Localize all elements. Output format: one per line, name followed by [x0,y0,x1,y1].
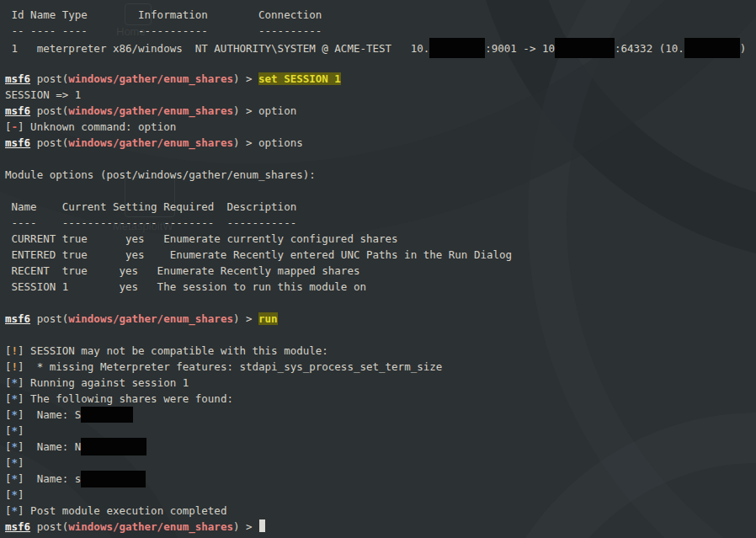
options-table-header: Name Current Setting Required Descriptio… [5,199,756,215]
prompt-options: msf6 post(windows/gather/enum_shares) > … [5,135,756,151]
status-line: [*] [5,487,756,503]
info-marker: * [12,392,19,405]
text-segment: [ [5,376,12,389]
text-segment: ] [18,488,24,501]
highlighted-command: run [258,312,278,325]
session-set-output: SESSION => 1 [5,87,756,103]
text-segment: Name Current Setting Required Descriptio… [5,200,296,213]
info-marker: * [12,408,19,421]
text-segment: ] [18,424,24,437]
options-table-divider: ---- --------------- -------- ----------… [5,215,756,231]
info-marker: * [12,488,19,501]
warning-marker: ! [12,360,19,373]
text-segment: :9001 -> 10 [485,42,555,55]
redaction-box [81,407,133,423]
module-path: windows/gather/enum_shares [68,104,233,117]
text-segment: [ [5,424,12,437]
text-segment: ] Name: s [18,472,81,485]
text-segment: post( [30,136,68,149]
terminal-output[interactable]: Id Name Type Information Connection -- -… [0,0,756,538]
text-segment: SESSION 1 yes The session to run this mo… [5,280,366,293]
status-line: [*] Post module execution completed [5,503,756,519]
redaction-box [81,471,146,487]
text-segment: RECENT true yes Enumerate Recently mappe… [5,264,359,277]
sessions-table-header: Id Name Type Information Connection [5,7,756,23]
prompt-run: msf6 post(windows/gather/enum_shares) > … [5,311,756,327]
warning-line: [!] SESSION may not be compatible with t… [5,343,756,359]
error-line: [-] Unknown command: option [5,119,756,135]
blank-line [5,183,756,199]
text-segment: ) > [233,312,258,325]
blank-line [5,55,756,71]
text-segment: :64332 (10. [615,42,684,55]
highlighted-command: set SESSION 1 [258,72,341,85]
prompt-current: msf6 post(windows/gather/enum_shares) > [5,519,756,535]
text-segment: post( [30,520,68,533]
module-path: windows/gather/enum_shares [68,72,233,85]
module-path: windows/gather/enum_shares [68,312,233,325]
text-segment: -- ---- ---- ----------- ---------- [5,24,322,37]
info-marker: * [12,440,19,453]
blank-line [5,151,756,167]
text-segment: ) > [233,72,258,85]
text-segment: ) [740,42,747,55]
text-segment: [ [5,408,12,421]
text-segment: ] The following shares were found: [18,392,233,405]
status-line: [*] Running against session 1 [5,375,756,391]
msf6-prompt: msf6 [5,104,30,117]
info-marker: * [12,472,19,485]
warning-marker: ! [12,344,19,357]
module-path: windows/gather/enum_shares [68,520,233,533]
text-segment: [ [5,488,12,501]
text-segment: [ [5,440,12,453]
info-marker: * [12,424,19,437]
share-name-line: [*] Name: s [5,471,756,487]
error-marker: - [12,120,19,133]
text-segment: [ [5,504,12,517]
msf6-prompt: msf6 [5,72,30,85]
text-segment: post( [30,72,68,85]
status-line: [*] The following shares were found: [5,391,756,407]
module-path: windows/gather/enum_shares [68,136,233,149]
text-segment: post( [30,312,68,325]
redaction-box [555,38,615,58]
text-segment: [ [5,456,12,469]
redaction-box [684,38,740,58]
option-row-recent: RECENT true yes Enumerate Recently mappe… [5,263,756,279]
text-segment: ---- --------------- -------- ----------… [5,216,296,229]
text-segment: [ [5,344,12,357]
info-marker: * [12,504,19,517]
text-segment: Id Name Type Information Connection [5,8,322,21]
text-segment: ] [18,456,24,469]
text-segment: CURRENT true yes Enumerate currently con… [5,232,398,245]
text-segment: ] Unknown command: option [18,120,176,133]
msf6-prompt: msf6 [5,136,30,149]
sessions-table-row: 1 meterpreter x86/windows NT AUTHORITY\S… [5,39,756,55]
sessions-table-divider: -- ---- ---- ----------- ---------- [5,23,756,39]
prompt-set-session: msf6 post(windows/gather/enum_shares) > … [5,71,756,87]
text-segment: post( [30,104,68,117]
text-segment: ] * missing Meterpreter features: stdapi… [18,360,442,373]
desktop: { "app": { "title": "msfconsole terminal… [0,0,756,538]
option-row-entered: ENTERED true yes Enumerate Recently ente… [5,247,756,263]
module-options-title: Module options (post/windows/gather/enum… [5,167,756,183]
text-segment: [ [5,120,12,133]
share-name-line: [*] Name: S [5,407,756,423]
text-segment: [ [5,472,12,485]
text-segment: ] Name: N [18,440,81,453]
option-row-current: CURRENT true yes Enumerate currently con… [5,231,756,247]
text-segment: SESSION => 1 [5,88,81,101]
text-segment: ) > options [233,136,303,149]
blank-line [5,327,756,343]
info-marker: * [12,376,19,389]
prompt-option: msf6 post(windows/gather/enum_shares) > … [5,103,756,119]
redaction-box [81,438,146,455]
text-segment: 1 meterpreter x86/windows NT AUTHORITY\S… [5,42,429,55]
text-segment: Module options (post/windows/gather/enum… [5,168,316,181]
option-row-session: SESSION 1 yes The session to run this mo… [5,279,756,295]
msf6-prompt: msf6 [5,520,30,533]
text-segment: ENTERED true yes Enumerate Recently ente… [5,248,512,261]
status-line: [*] [5,423,756,439]
warning-line: [!] * missing Meterpreter features: stda… [5,359,756,375]
text-segment: ) > [233,520,258,533]
